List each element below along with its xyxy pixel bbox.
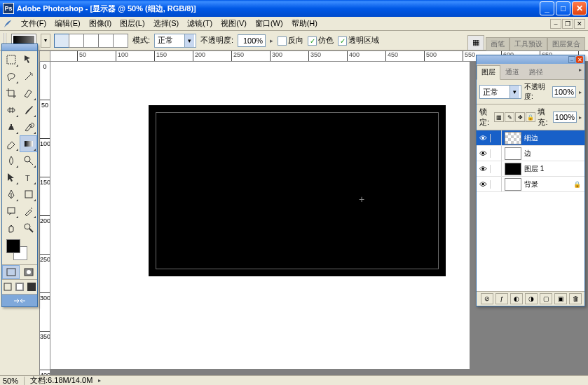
layer-link-area[interactable] [491,130,502,145]
layer-blend-mode-select[interactable]: 正常 [479,85,521,99]
new-fill-layer-button[interactable]: ◑ [525,293,538,304]
clone-stamp-tool[interactable] [2,119,20,135]
healing-brush-tool[interactable] [2,102,20,119]
visibility-toggle-icon[interactable]: 👁 [477,180,491,189]
slice-tool[interactable] [20,85,37,102]
gradient-picker-arrow[interactable]: ▾ [41,34,50,48]
tab-layers[interactable]: 图层 [477,65,500,80]
layer-row[interactable]: 👁 边 [477,146,584,161]
menu-layer[interactable]: 图层(L) [116,18,149,29]
delete-layer-button[interactable]: 🗑 [569,293,582,304]
ruler-origin[interactable] [39,50,50,62]
status-menu-icon[interactable]: ▸ [98,377,101,384]
gradient-linear-button[interactable] [54,34,69,48]
fill-slider-icon[interactable]: ▸ [579,114,582,121]
dodge-tool[interactable] [20,152,37,169]
layer-link-area[interactable] [491,161,502,176]
pen-tool[interactable] [2,186,20,203]
lock-all-button[interactable]: 🔒 [526,112,535,122]
new-layer-button[interactable]: ▣ [554,293,567,304]
eraser-tool[interactable] [2,135,20,152]
doc-restore-button[interactable]: ❐ [562,19,573,29]
lock-position-button[interactable]: ✥ [515,112,525,122]
menu-help[interactable]: 帮助(H) [287,18,322,29]
menu-edit[interactable]: 编辑(E) [50,18,85,29]
layer-mask-button[interactable]: ◐ [510,293,523,304]
dither-checkbox[interactable]: ✓仿色 [308,35,334,46]
layer-row[interactable]: 👁 背景 🔒 [477,177,584,192]
layer-row[interactable]: 👁 细边 [477,130,584,146]
lock-pixels-button[interactable]: ✎ [505,112,514,122]
document-size[interactable]: 文档:6.18M/14.0M [30,375,93,385]
layer-name-label[interactable]: 背景 [524,180,573,189]
shape-tool[interactable] [20,186,37,203]
layer-thumbnail[interactable] [505,163,521,175]
dock-tab-layer-comps[interactable]: 图层复合 [547,37,585,50]
menu-window[interactable]: 窗口(W) [251,18,287,29]
zoom-level[interactable]: 50% [3,377,18,385]
layer-style-button[interactable]: ƒ [495,293,508,304]
menu-select[interactable]: 选择(S) [149,18,184,29]
layer-row[interactable]: 👁 图层 1 [477,161,584,177]
marquee-tool[interactable] [2,51,20,68]
menu-file[interactable]: 文件(F) [17,18,50,29]
path-selection-tool[interactable] [2,169,20,186]
gradient-angle-button[interactable] [83,34,99,48]
blur-tool[interactable] [2,152,20,169]
gradient-tool[interactable] [20,135,37,152]
opacity-input[interactable]: 100% [238,34,266,47]
tab-paths[interactable]: 路径 [524,65,548,79]
layer-thumbnail[interactable] [505,147,521,160]
zoom-tool[interactable] [20,219,37,236]
move-tool[interactable] [20,51,37,68]
layer-thumbnail[interactable] [505,178,521,191]
doc-minimize-button[interactable]: – [550,19,561,29]
lasso-tool[interactable] [2,68,20,85]
toolbox-header[interactable] [2,44,37,51]
dock-tab-tool-presets[interactable]: 工具预设 [510,37,547,50]
brush-tool[interactable] [20,102,37,119]
visibility-toggle-icon[interactable]: 👁 [477,134,491,142]
layer-link-area[interactable] [491,177,502,191]
opacity-flyout-icon[interactable]: ▸ [270,37,273,44]
screen-standard-button[interactable] [2,280,14,294]
visibility-toggle-icon[interactable]: 👁 [477,149,491,158]
tab-channels[interactable]: 通道 [500,65,524,79]
layer-link-area[interactable] [491,146,502,161]
layer-name-label[interactable]: 图层 1 [524,164,573,174]
fill-input[interactable]: 100% [553,112,577,123]
menu-view[interactable]: 视图(V) [217,18,251,29]
menu-image[interactable]: 图像(I) [85,18,116,29]
layer-name-label[interactable]: 细边 [524,133,573,143]
window-close-button[interactable]: ✕ [572,1,587,15]
new-group-button[interactable]: ▢ [540,293,552,304]
reverse-checkbox[interactable]: 反向 [278,35,303,46]
panel-close-button[interactable]: ✕ [576,56,583,63]
screen-fullmenu-button[interactable] [14,280,26,294]
crop-tool[interactable] [2,85,20,102]
panel-menu-icon[interactable]: ▸ [576,65,584,79]
panel-minimize-button[interactable]: – [568,56,575,63]
lock-transparency-button[interactable]: ▦ [494,112,504,122]
dock-tab-brushes[interactable]: 画笔 [486,37,510,50]
gradient-diamond-button[interactable] [113,34,128,48]
jump-to-imageready-button[interactable] [2,294,37,306]
panel-header[interactable]: – ✕ [477,55,584,64]
opacity-slider-icon[interactable]: ▸ [579,89,582,95]
quickmask-mode-button[interactable] [20,265,37,279]
vertical-ruler[interactable]: 050100150200250300350400 [39,62,50,375]
menu-filter[interactable]: 滤镜(T) [183,18,217,29]
history-brush-tool[interactable] [20,119,37,135]
eyedropper-tool[interactable] [20,203,37,219]
screen-full-button[interactable] [25,280,37,294]
foreground-color-swatch[interactable] [6,239,20,253]
type-tool[interactable]: T [20,169,37,186]
transparency-checkbox[interactable]: ✓透明区域 [338,35,379,46]
gradient-reflected-button[interactable] [98,34,114,48]
gradient-radial-button[interactable] [69,34,84,48]
notes-tool[interactable] [2,203,20,219]
link-layers-button[interactable]: ⊘ [481,293,493,304]
palette-well-toggle-icon[interactable]: ▦ [467,35,484,50]
layer-thumbnail[interactable] [505,132,521,144]
magic-wand-tool[interactable] [20,68,37,85]
